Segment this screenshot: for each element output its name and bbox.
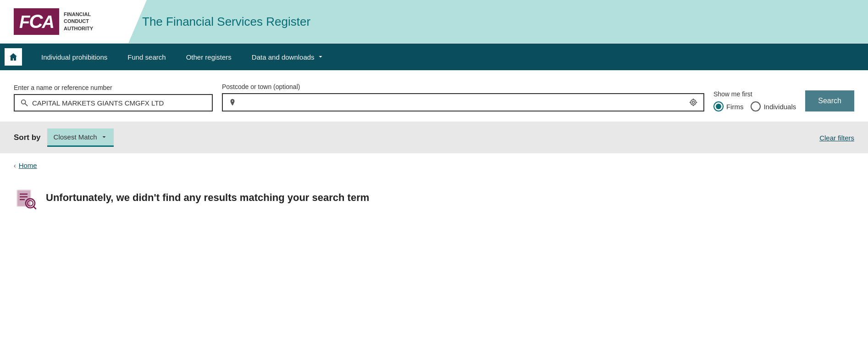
sort-left: Sort by Closest Match: [14, 128, 114, 147]
no-results-area: Unfortunately, we didn't find any result…: [0, 173, 868, 223]
main-nav: Individual prohibitions Fund search Othe…: [0, 44, 868, 70]
radio-firms[interactable]: Firms: [713, 101, 744, 111]
name-input[interactable]: [32, 99, 206, 107]
name-search-field: Enter a name or reference number: [14, 84, 213, 111]
radio-individuals-circle: [751, 101, 761, 111]
logo-letter-c: C: [29, 11, 42, 32]
radio-firms-label: Firms: [726, 103, 744, 111]
postcode-input[interactable]: [240, 99, 685, 106]
show-me-first-label: Show me first: [713, 90, 796, 98]
radio-firms-circle: [713, 101, 724, 111]
svg-line-15: [33, 206, 36, 209]
search-icon: [20, 99, 28, 107]
home-nav-button[interactable]: [5, 48, 22, 66]
no-results-message: Unfortunately, we didn't find any result…: [46, 192, 369, 204]
svg-point-2: [691, 100, 696, 105]
location-pin-icon: [228, 98, 237, 106]
nav-item-data-downloads-label: Data and downloads: [252, 53, 315, 61]
svg-point-0: [22, 100, 26, 104]
site-header: FCA FINANCIAL CONDUCT AUTHORITY The Fina…: [0, 0, 868, 44]
svg-point-3: [692, 101, 694, 104]
nav-item-other-registers[interactable]: Other registers: [176, 44, 242, 70]
home-icon: [9, 52, 18, 61]
search-area: Enter a name or reference number Postcod…: [0, 70, 868, 122]
logo-line3: AUTHORITY: [64, 25, 93, 32]
logo-area: FCA FINANCIAL CONDUCT AUTHORITY: [0, 0, 147, 43]
fca-logo: FCA FINANCIAL CONDUCT AUTHORITY: [14, 8, 93, 35]
breadcrumb-chevron-icon: ‹: [14, 162, 16, 169]
chevron-down-icon: [317, 54, 324, 60]
sort-value: Closest Match: [54, 133, 97, 141]
no-results-icon: [14, 186, 38, 210]
sort-bar: Sort by Closest Match Clear filters: [0, 122, 868, 153]
postcode-field: Postcode or town (optional): [222, 83, 704, 111]
fca-logo-text: FINANCIAL CONDUCT AUTHORITY: [64, 11, 93, 32]
nav-item-data-downloads[interactable]: Data and downloads: [242, 44, 334, 70]
logo-line1: FINANCIAL: [64, 11, 93, 18]
search-button[interactable]: Search: [805, 90, 854, 111]
postcode-label: Postcode or town (optional): [222, 83, 704, 90]
nav-items: Individual prohibitions Fund search Othe…: [31, 44, 334, 70]
radio-individuals[interactable]: Individuals: [751, 101, 796, 111]
radio-group: Firms Individuals: [713, 101, 796, 111]
show-me-first: Show me first Firms Individuals: [713, 90, 796, 111]
breadcrumb-home-link[interactable]: Home: [19, 162, 37, 169]
sort-chevron-down-icon: [101, 134, 107, 140]
breadcrumb: ‹ Home: [0, 153, 868, 173]
sort-dropdown[interactable]: Closest Match: [47, 128, 114, 147]
logo-letter-a: A: [42, 12, 54, 32]
logo-letter-f: F: [19, 12, 29, 32]
svg-line-1: [25, 104, 28, 106]
nav-item-individual-prohibitions[interactable]: Individual prohibitions: [31, 44, 117, 70]
fca-logo-box: FCA: [14, 8, 59, 35]
header-title-area: The Financial Services Register: [128, 0, 868, 43]
svg-rect-9: [17, 190, 30, 206]
name-label: Enter a name or reference number: [14, 84, 213, 91]
clear-filters-button[interactable]: Clear filters: [819, 134, 854, 142]
nav-item-fund-search[interactable]: Fund search: [117, 44, 176, 70]
postcode-input-wrap: [222, 93, 704, 111]
sort-by-label: Sort by: [14, 133, 41, 142]
crosshair-icon: [689, 98, 698, 107]
logo-line2: CONDUCT: [64, 18, 93, 25]
radio-individuals-label: Individuals: [763, 103, 796, 111]
site-title: The Financial Services Register: [142, 15, 310, 29]
use-location-button[interactable]: [689, 98, 698, 107]
name-input-wrap: [14, 94, 213, 111]
